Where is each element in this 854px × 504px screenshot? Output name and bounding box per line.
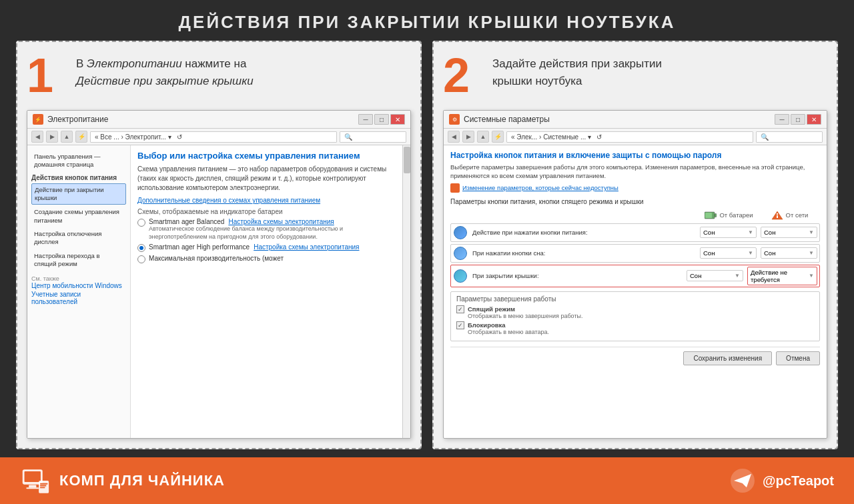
col-network-label: От сети — [786, 211, 809, 219]
sidebar-item-home[interactable]: Панель управления — домашняя страница — [31, 151, 126, 171]
see-also-label: См. также — [31, 275, 126, 282]
sleep-network-value: Сон — [764, 249, 775, 257]
scheme-3-label: Максимальная производительность (может — [149, 255, 284, 262]
sleep-battery-select[interactable]: Сон ▼ — [700, 247, 757, 259]
mobility-center-link[interactable]: Центр мобильности Windows — [31, 282, 126, 289]
up-button-2[interactable]: ▲ — [477, 131, 489, 143]
win-main-text: Схема управления питанием — это набор па… — [137, 165, 396, 193]
panel-2: 2 Задайте действия при закрытиикрышки но… — [432, 41, 838, 449]
step-2-number: 2 — [443, 51, 483, 99]
scheme-2-content: Smartman ager High performance Настройка… — [149, 243, 360, 251]
scheme-1-radio[interactable] — [137, 219, 145, 227]
params-row-power: Действие при нажатии кнопки питания: Сон… — [450, 223, 820, 242]
sleep-checkbox-label: Спящий режим — [468, 305, 583, 313]
save-changes-button[interactable]: Сохранить изменения — [683, 351, 772, 365]
back-button[interactable]: ◀ — [31, 131, 43, 143]
lid-network-value: Действие не требуется — [751, 269, 809, 283]
lid-battery-select[interactable]: Сон ▼ — [687, 270, 743, 281]
window-1-controls[interactable]: ─ □ ✕ — [358, 114, 405, 125]
sidebar-item-display[interactable]: Настройка отключения дисплея — [31, 228, 126, 249]
sleep-network-select[interactable]: Сон ▼ — [761, 247, 817, 259]
page-title: ДЕЙСТВИЯ ПРИ ЗАКРЫТИИ КРЫШКИ НОУТБУКА — [0, 12, 854, 33]
nav-path-2[interactable]: « Элек... › Системные ... ▾ ↺ — [506, 131, 753, 143]
lock-checkbox-desc: Отображать в меню аватара. — [468, 329, 549, 335]
svg-rect-9 — [26, 487, 39, 489]
panel-2-header: 2 Задайте действия при закрытиикрышки но… — [443, 51, 827, 99]
chevron-icon-2: ▼ — [809, 229, 814, 235]
accounts-link[interactable]: Учетные записи пользователей — [31, 291, 126, 305]
sidebar-display-label: Настройка отключения дисплея — [34, 230, 123, 247]
maximize-button[interactable]: □ — [374, 114, 389, 125]
search-input[interactable]: 🔍 — [340, 131, 406, 143]
back-button-2[interactable]: ◀ — [448, 131, 460, 143]
window-1-navbar: ◀ ▶ ▲ ⚡ « Все ... › Электропит... ▾ ↺ 🔍 — [27, 129, 410, 145]
params-row-sleep: При нажатии кнопки сна: Сон ▼ Сон ▼ — [450, 244, 820, 263]
sleep-row-icon — [451, 245, 470, 262]
minimize-button[interactable]: ─ — [358, 114, 373, 125]
lock-checkbox[interactable]: ✓ — [456, 321, 464, 329]
sidebar-item-lid[interactable]: Действие при закрытии крышки — [31, 183, 126, 205]
window-1-scrollbar[interactable] — [402, 145, 410, 438]
cancel-button-win2[interactable]: Отмена — [776, 351, 820, 365]
window-1-title-text: Электропитание — [47, 115, 108, 124]
content-area: 1 В Электропитании нажмите на Действие п… — [0, 41, 854, 457]
col-battery-label: От батареи — [719, 211, 753, 219]
schemes-title: Схемы, отображаемые на индикаторе батаре… — [137, 208, 396, 215]
svg-rect-1 — [715, 213, 717, 217]
battery-icon — [705, 211, 717, 219]
forward-button-2[interactable]: ▶ — [462, 131, 474, 143]
checkbox-sleep: ✓ Спящий режим Отображать в меню заверше… — [456, 305, 814, 319]
close-button-2[interactable]: ✕ — [807, 114, 821, 125]
scheme-3-radio[interactable] — [137, 255, 145, 263]
window-1-mock: ⚡ Электропитание ─ □ ✕ ◀ ▶ ▲ ⚡ « Все ... — [27, 110, 411, 439]
win2-change-link[interactable]: Изменение параметров, которые сейчас нед… — [450, 183, 820, 193]
sleep-checkbox-desc: Отображать в меню завершения работы. — [468, 313, 583, 319]
scheme-3: Максимальная производительность (может — [137, 255, 396, 263]
nav-path[interactable]: « Все ... › Электропит... ▾ ↺ — [90, 131, 337, 143]
completion-section: Параметры завершения работы ✓ Спящий реж… — [450, 291, 820, 341]
chevron-icon-6: ▼ — [809, 273, 814, 279]
power-row-icon — [451, 224, 470, 241]
sidebar-item-sleep[interactable]: Настройка перехода в спящий режим — [31, 250, 126, 271]
svg-rect-11 — [40, 483, 47, 485]
lid-row-label: При закрытии крышки: — [470, 270, 685, 281]
win-main-link[interactable]: Дополнительные сведения о схемах управле… — [137, 197, 396, 204]
scheme-2-radio[interactable] — [137, 244, 145, 252]
window-2-controls[interactable]: ─ □ ✕ — [775, 114, 821, 125]
win2-desc: Выберите параметры завершения работы для… — [450, 163, 820, 181]
forward-button[interactable]: ▶ — [46, 131, 58, 143]
lid-battery-value: Сон — [690, 272, 701, 279]
step-1-number: 1 — [27, 51, 67, 99]
scheme-1-content: Smartman ager Balanced Настройка схемы э… — [149, 218, 396, 241]
close-button[interactable]: ✕ — [390, 114, 405, 125]
search-input-2[interactable]: 🔍 — [756, 131, 823, 143]
svg-rect-5 — [777, 213, 778, 215]
window-2-titlebar: ⚙ Системные параметры ─ □ ✕ — [444, 111, 827, 129]
svg-rect-2 — [705, 213, 712, 218]
maximize-button-2[interactable]: □ — [791, 114, 805, 125]
svg-rect-8 — [29, 485, 36, 488]
window-1-body: Панель управления — домашняя страница Де… — [27, 145, 410, 438]
scheme-2-link[interactable]: Настройка схемы электропитания — [254, 243, 359, 251]
sidebar-create-label: Создание схемы управления питанием — [34, 208, 123, 225]
minimize-button-2[interactable]: ─ — [775, 114, 789, 125]
sidebar-also-section: См. также Центр мобильности Windows Учет… — [31, 275, 126, 305]
lid-network-select[interactable]: Действие не требуется ▼ — [747, 267, 817, 285]
chevron-icon-4: ▼ — [809, 250, 814, 256]
power-battery-select[interactable]: Сон ▼ — [700, 227, 757, 238]
win2-footer: Сохранить изменения Отмена — [450, 347, 820, 365]
power-network-select[interactable]: Сон ▼ — [761, 227, 817, 238]
icon-in-nav: ⚡ — [75, 131, 87, 143]
window-2-title-left: ⚙ Системные параметры — [449, 114, 550, 125]
logo-icon — [20, 465, 50, 497]
footer-handle: @pcTeapot — [763, 473, 834, 489]
svg-rect-13 — [40, 487, 45, 488]
sleep-battery-value: Сон — [703, 249, 715, 257]
scheme-1-link[interactable]: Настройка схемы электропитания — [228, 218, 334, 225]
panel-1-header: 1 В Электропитании нажмите на Действие п… — [27, 51, 411, 99]
scheme-1-label: Smartman ager Balanced — [149, 218, 224, 225]
sleep-checkbox[interactable]: ✓ — [456, 305, 464, 313]
sidebar-item-create-scheme[interactable]: Создание схемы управления питанием — [31, 206, 126, 227]
up-button[interactable]: ▲ — [61, 131, 73, 143]
panel-1-em: Электропитании — [87, 57, 182, 70]
